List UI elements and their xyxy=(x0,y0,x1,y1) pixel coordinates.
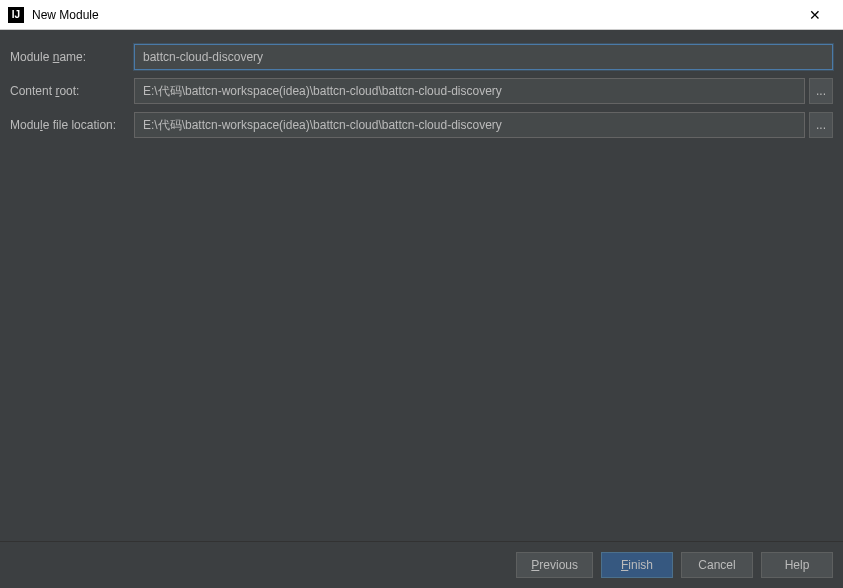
content-root-input[interactable] xyxy=(134,78,805,104)
app-icon: IJ xyxy=(8,7,24,23)
module-file-location-label: Module file location: xyxy=(10,118,130,132)
module-name-label: Module name: xyxy=(10,50,130,64)
module-file-location-row: Module file location: ... xyxy=(10,112,833,138)
content-root-label: Content root: xyxy=(10,84,130,98)
form-content: Module name: Content root: ... Module fi… xyxy=(0,30,843,541)
titlebar: IJ New Module ✕ xyxy=(0,0,843,30)
content-root-row: Content root: ... xyxy=(10,78,833,104)
close-icon[interactable]: ✕ xyxy=(795,1,835,29)
help-button[interactable]: Help xyxy=(761,552,833,578)
module-name-input[interactable] xyxy=(134,44,833,70)
module-name-row: Module name: xyxy=(10,44,833,70)
previous-button[interactable]: Previous xyxy=(516,552,593,578)
app-icon-text: IJ xyxy=(12,9,20,20)
module-file-location-browse-button[interactable]: ... xyxy=(809,112,833,138)
window-title: New Module xyxy=(32,8,795,22)
cancel-button[interactable]: Cancel xyxy=(681,552,753,578)
module-file-location-input[interactable] xyxy=(134,112,805,138)
button-bar: Previous Finish Cancel Help xyxy=(0,541,843,588)
finish-button[interactable]: Finish xyxy=(601,552,673,578)
content-root-browse-button[interactable]: ... xyxy=(809,78,833,104)
